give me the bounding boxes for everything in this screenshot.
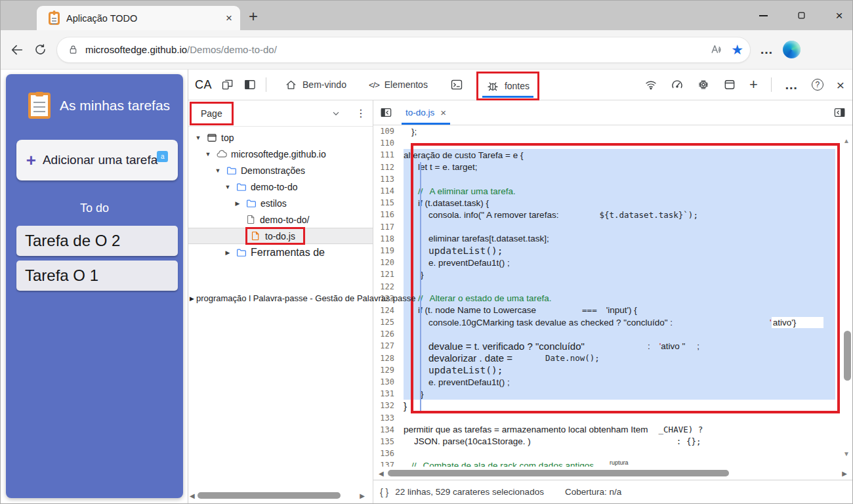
line-content[interactable]: console.10gCMarking task devalue as chec… bbox=[404, 316, 835, 328]
line-number[interactable]: 135 bbox=[373, 437, 404, 446]
copilot-icon[interactable] bbox=[783, 41, 801, 58]
line-content[interactable]: //Combate de ala de rack com dados antig… bbox=[404, 459, 835, 467]
scroll-left-icon[interactable]: ◀ bbox=[379, 470, 384, 477]
editor-hscrollbar[interactable]: ◀ ▶ bbox=[373, 467, 852, 480]
code-line[interactable]: 132} bbox=[373, 400, 852, 411]
line-number[interactable]: 120 bbox=[373, 258, 404, 267]
scroll-down-icon[interactable]: ▼ bbox=[843, 450, 850, 457]
maximize-button[interactable] bbox=[795, 9, 808, 22]
tree-item-to-do-js[interactable]: to-do.js bbox=[188, 228, 373, 244]
line-content[interactable]: updateList(); bbox=[404, 245, 835, 257]
code-line[interactable]: 136 bbox=[373, 448, 852, 459]
code-editor[interactable]: ▲ ▼ 109};110111alteração de custo Tarefa… bbox=[373, 125, 852, 467]
expander-icon[interactable]: ▼ bbox=[203, 151, 213, 158]
line-content[interactable]: } bbox=[404, 388, 835, 400]
line-number[interactable]: 111 bbox=[373, 150, 404, 159]
devtools-tab-Elementos[interactable]: </>Elementos bbox=[360, 70, 437, 100]
line-content[interactable]: permitir que as tarefas = armazenamento … bbox=[404, 424, 835, 436]
code-line[interactable]: 114//A eliminar uma tarefa. bbox=[373, 185, 852, 197]
line-content[interactable]: } bbox=[404, 268, 835, 280]
code-line[interactable]: 118eliminar tarefas[t.dataset.task]; bbox=[373, 233, 852, 245]
code-line[interactable]: 125console.10gCMarking task devalue as c… bbox=[373, 316, 852, 328]
line-number[interactable]: 115 bbox=[373, 198, 404, 207]
tree-item-demonstra-es[interactable]: ▼Demonstrações bbox=[188, 162, 373, 178]
read-aloud-icon[interactable] bbox=[710, 43, 724, 57]
close-icon[interactable]: × bbox=[837, 78, 844, 92]
line-content[interactable]: e. preventDefau1t() ; bbox=[404, 376, 835, 388]
code-line[interactable]: 120e. preventDefau1t() ; bbox=[373, 257, 852, 268]
lock-icon[interactable] bbox=[68, 44, 79, 55]
layout-panel-icon[interactable] bbox=[243, 78, 257, 91]
kebab-menu-icon[interactable]: ⋮ bbox=[356, 107, 366, 119]
line-number[interactable]: 132 bbox=[373, 401, 404, 410]
tree-item-demo-to-do[interactable]: ▼demo-to-do bbox=[188, 178, 373, 195]
chevron-down-icon[interactable] bbox=[331, 108, 341, 119]
code-line[interactable]: 117 bbox=[373, 221, 852, 233]
line-content[interactable] bbox=[404, 328, 835, 340]
devtools-tab-Bem-vindo[interactable]: Bem-vindo bbox=[276, 70, 356, 100]
navigator-tab-page[interactable]: Page bbox=[190, 102, 234, 125]
code-line[interactable]: 122 bbox=[373, 280, 852, 292]
line-content[interactable]: alteração de custo Tarefa = e { bbox=[404, 149, 835, 161]
line-content[interactable] bbox=[404, 280, 835, 292]
collapse-sidebar-icon[interactable] bbox=[380, 106, 392, 119]
code-line[interactable]: 115if (t.dataset.task) { bbox=[373, 197, 852, 209]
scroll-left-icon[interactable]: ◀ bbox=[190, 492, 195, 499]
tree-item-ferramentas-de[interactable]: ▶Ferramentas de bbox=[188, 244, 373, 261]
tab-close-icon[interactable]: × bbox=[226, 12, 232, 24]
line-number[interactable]: 122 bbox=[373, 282, 404, 291]
line-number[interactable]: 133 bbox=[373, 413, 404, 423]
expander-icon[interactable]: ▶ bbox=[233, 200, 242, 207]
line-content[interactable] bbox=[404, 448, 835, 459]
line-number[interactable]: 117 bbox=[373, 222, 404, 232]
line-content[interactable] bbox=[404, 173, 835, 185]
scrollbar-thumb[interactable] bbox=[198, 492, 341, 499]
line-number[interactable]: 119 bbox=[373, 246, 404, 255]
editor-tab-close-icon[interactable]: × bbox=[440, 107, 446, 118]
line-number[interactable]: 127 bbox=[373, 341, 404, 350]
tree-item-top[interactable]: ▼top bbox=[188, 129, 373, 146]
line-content[interactable]: //A eliminar uma tarefa. bbox=[404, 185, 835, 197]
refresh-button[interactable] bbox=[33, 43, 47, 56]
line-number[interactable]: 131 bbox=[373, 389, 404, 398]
device-emulation-icon[interactable] bbox=[221, 78, 234, 91]
line-number[interactable]: 118 bbox=[373, 234, 404, 243]
add-task-button[interactable]: + Adicionar uma tarefa a bbox=[16, 140, 178, 180]
line-number[interactable]: 124 bbox=[373, 306, 404, 315]
line-number[interactable]: 110 bbox=[373, 138, 404, 148]
line-content[interactable]: } bbox=[404, 400, 835, 411]
code-line[interactable]: 111alteração de custo Tarefa = e { bbox=[373, 149, 852, 161]
line-number[interactable]: 114 bbox=[373, 186, 404, 196]
line-number[interactable]: 126 bbox=[373, 329, 404, 339]
line-content[interactable]: devalue = t. verificado ? "concluído":'a… bbox=[404, 340, 835, 352]
minimize-button[interactable] bbox=[757, 9, 770, 22]
line-number[interactable]: 113 bbox=[373, 175, 404, 184]
code-line[interactable]: 128devalorizar . date =Date.now(); bbox=[373, 352, 852, 364]
code-line[interactable]: 121} bbox=[373, 268, 852, 280]
code-line[interactable]: 130e. preventDefau1t() ; bbox=[373, 376, 852, 388]
address-bar[interactable]: microsoftedge.github.io/Demos/demo-to-do… bbox=[56, 37, 751, 63]
task-item[interactable]: Tarefa O 1 bbox=[16, 261, 178, 291]
scrollbar-thumb[interactable] bbox=[388, 470, 729, 476]
line-content[interactable]: consola. info(" A remover tarefas:${t.da… bbox=[404, 209, 835, 220]
more-icon[interactable]: … bbox=[785, 77, 799, 93]
code-line[interactable]: 127devalue = t. verificado ? "concluído"… bbox=[373, 340, 852, 352]
tree-item-overflow[interactable]: ▶ programação l Palavra-passe - Gestão d… bbox=[190, 293, 415, 303]
tree-item-microsoftedge-github-io[interactable]: ▼microsoftedge.github.io bbox=[188, 146, 373, 162]
line-number[interactable]: 121 bbox=[373, 270, 404, 279]
code-line[interactable]: 110 bbox=[373, 137, 852, 149]
new-tab-button[interactable]: + bbox=[249, 7, 258, 26]
code-line[interactable]: 134permitir que as tarefas = armazenamen… bbox=[373, 424, 852, 436]
code-line[interactable]: 135JSON. parse(10ca1Storage. ): {}; bbox=[373, 436, 852, 448]
line-content[interactable]: //Alterar o estado de uma tarefa. bbox=[404, 293, 835, 304]
devtools-tab-fontes[interactable]: fontes bbox=[476, 72, 539, 100]
line-content[interactable]: let t = e. target; bbox=[404, 161, 835, 173]
code-line[interactable]: 112let t = e. target; bbox=[373, 161, 852, 173]
line-content[interactable]: if (t.dataset.task) { bbox=[404, 197, 835, 209]
scroll-right-icon[interactable]: ▶ bbox=[842, 470, 847, 477]
collapse-panel-icon[interactable] bbox=[833, 106, 846, 119]
line-number[interactable]: 134 bbox=[373, 425, 404, 434]
line-content[interactable]: JSON. parse(10ca1Storage. ): {}; bbox=[404, 436, 835, 448]
expander-icon[interactable]: ▶ bbox=[223, 249, 232, 256]
code-line[interactable]: 123//Alterar o estado de uma tarefa. bbox=[373, 293, 852, 304]
